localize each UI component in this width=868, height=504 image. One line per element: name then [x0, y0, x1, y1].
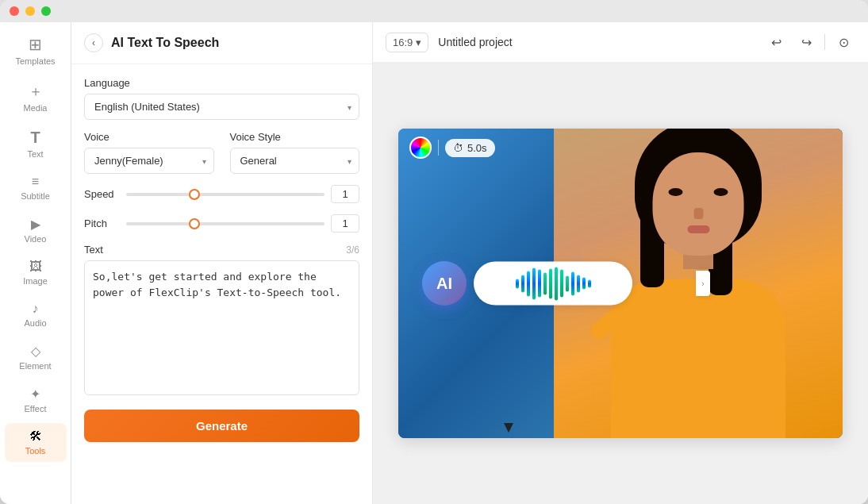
color-wheel	[409, 137, 432, 159]
pitch-label: Pitch	[84, 217, 120, 229]
sidebar-label-element: Element	[19, 361, 51, 371]
voice-group: Voice Jenny(Female) Guy(Male) Aria(Femal…	[84, 131, 214, 174]
sidebar-item-templates[interactable]: ⊞ Templates	[5, 29, 67, 72]
time-badge: ⏱ 5.0s	[445, 139, 495, 157]
effect-icon: ✦	[30, 387, 40, 402]
text-label-row: Text 3/6	[84, 244, 359, 256]
panel-body: Language English (United States) English…	[71, 64, 372, 504]
media-icon: ＋	[29, 82, 43, 101]
speed-value: 1	[331, 185, 359, 203]
text-icon: T	[30, 129, 40, 147]
ai-badge: AI	[422, 261, 467, 306]
tools-icon-box: 🛠	[29, 429, 42, 444]
text-input[interactable]: So,let's get started and explore the pow…	[84, 260, 359, 395]
sidebar-item-effect[interactable]: ✦ Effect	[5, 380, 67, 420]
nose	[693, 208, 703, 219]
sidebar-label-media: Media	[24, 103, 48, 113]
wave-bar-5	[538, 270, 541, 298]
wave-bar-9	[560, 270, 563, 298]
waveform-container	[474, 262, 632, 306]
toolbar-icons: ↩ ↪ ⊙	[764, 30, 855, 54]
wave-bar-6	[543, 272, 547, 294]
sidebar-item-video[interactable]: ▶ Video	[5, 210, 67, 250]
voice-row: Voice Jenny(Female) Guy(Male) Aria(Femal…	[84, 131, 359, 174]
language-select[interactable]: English (United States) English (UK) Spa…	[84, 94, 359, 120]
sidebar-label-audio: Audio	[24, 318, 46, 328]
close-button[interactable]	[10, 6, 19, 16]
voice-style-select-wrapper: General Cheerful Sad Angry ▾	[230, 148, 360, 174]
language-label: Language	[84, 77, 359, 89]
image-icon: 🖼	[29, 260, 42, 274]
pitch-slider[interactable]	[126, 222, 325, 225]
sidebar-label-effect: Effect	[25, 404, 47, 414]
back-button[interactable]: ‹	[84, 33, 103, 52]
minimize-button[interactable]	[25, 6, 35, 16]
voice-style-select[interactable]: General Cheerful Sad Angry	[230, 148, 360, 174]
sidebar-item-audio[interactable]: ♪ Audio	[5, 295, 67, 334]
sidebar-label-video: Video	[25, 234, 47, 244]
speed-label: Speed	[84, 188, 120, 200]
wave-bar-12	[577, 275, 580, 292]
generate-button[interactable]: Generate	[84, 410, 359, 442]
sidebar-item-media[interactable]: ＋ Media	[5, 75, 67, 119]
wave-bar-1	[516, 279, 519, 288]
undo-button[interactable]: ↩	[764, 30, 788, 54]
app-window: ⊞ Templates ＋ Media T Text ≡ Subtitle ▶ …	[0, 0, 868, 504]
tools-icon: 🛠	[29, 429, 42, 443]
audio-icon: ♪	[33, 302, 39, 316]
preview-toolbar: 16:9 ▾ Untitled project ↩ ↪ ⊙	[373, 22, 868, 63]
cursor	[504, 423, 513, 433]
text-count: 3/6	[346, 244, 359, 256]
collapse-panel-button[interactable]: ›	[696, 271, 710, 296]
wave-bar-14	[588, 279, 591, 287]
sidebar-item-subtitle[interactable]: ≡ Subtitle	[5, 168, 67, 207]
wave-bar-8	[555, 267, 558, 300]
back-icon: ‹	[92, 37, 95, 48]
speed-row: Speed 1	[84, 185, 359, 203]
video-icon: ▶	[31, 217, 40, 232]
language-group: Language English (United States) English…	[84, 77, 359, 120]
sidebar-item-element[interactable]: ◇ Element	[5, 337, 67, 377]
aspect-ratio-label: 16:9	[393, 37, 413, 48]
collapse-icon: ›	[701, 279, 704, 288]
sidebar-label-subtitle: Subtitle	[21, 191, 50, 201]
aspect-ratio-button[interactable]: 16:9 ▾	[386, 33, 428, 52]
wave-bar-13	[582, 278, 586, 290]
sidebar-item-tools[interactable]: 🛠 Tools	[5, 423, 67, 462]
text-group: Text 3/6 So,let's get started and explor…	[84, 244, 359, 395]
canvas-divider	[438, 140, 439, 156]
text-label: Text	[84, 244, 103, 256]
screenshot-button[interactable]: ⊙	[832, 30, 855, 54]
sidebar-label-text: Text	[27, 149, 43, 159]
voice-select-wrapper: Jenny(Female) Guy(Male) Aria(Female) ▾	[84, 148, 214, 174]
project-name: Untitled project	[438, 36, 755, 48]
maximize-button[interactable]	[41, 6, 51, 16]
time-value: 5.0s	[467, 142, 487, 154]
preview-area: 16:9 ▾ Untitled project ↩ ↪ ⊙	[373, 22, 868, 504]
sidebar-label-tools: Tools	[25, 446, 46, 456]
speed-slider[interactable]	[126, 193, 325, 196]
timer-icon: ⏱	[453, 142, 463, 154]
pitch-value: 1	[331, 214, 359, 233]
sidebar-item-text[interactable]: T Text	[5, 122, 67, 165]
sidebar: ⊞ Templates ＋ Media T Text ≡ Subtitle ▶ …	[0, 22, 71, 504]
panel-header: ‹ AI Text To Speech	[71, 22, 372, 64]
speed-group: Speed 1	[84, 185, 359, 203]
pitch-row: Pitch 1	[84, 214, 359, 233]
sidebar-label-image: Image	[23, 276, 48, 286]
right-eye	[714, 188, 728, 196]
voice-style-label: Voice Style	[230, 131, 360, 143]
canvas-container: ⏱ 5.0s AI	[398, 129, 843, 438]
panel: ‹ AI Text To Speech Language English (Un…	[71, 22, 373, 504]
templates-icon: ⊞	[29, 35, 42, 54]
wave-bar-7	[549, 268, 552, 298]
voice-style-group: Voice Style General Cheerful Sad Angry ▾	[230, 131, 360, 174]
lips	[687, 225, 709, 233]
sidebar-label-templates: Templates	[15, 56, 55, 66]
voice-select[interactable]: Jenny(Female) Guy(Male) Aria(Female)	[84, 148, 214, 174]
wave-bar-3	[527, 271, 530, 296]
redo-button[interactable]: ↪	[794, 30, 818, 54]
face	[653, 152, 744, 256]
sidebar-item-image[interactable]: 🖼 Image	[5, 253, 67, 292]
wave-bar-10	[566, 275, 569, 291]
